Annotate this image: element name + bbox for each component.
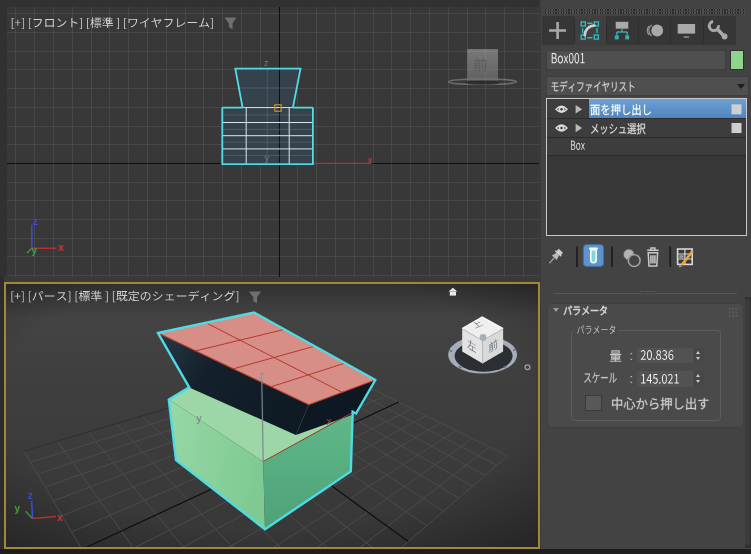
svg-text:y: y xyxy=(15,503,21,514)
svg-text:z: z xyxy=(33,216,38,227)
svg-text:x: x xyxy=(57,512,63,523)
svg-text:y: y xyxy=(265,153,270,163)
svg-text:z: z xyxy=(28,490,33,501)
svg-text:y: y xyxy=(197,413,202,424)
svg-text:x: x xyxy=(327,416,332,427)
svg-text:z: z xyxy=(264,58,269,68)
svg-text:y: y xyxy=(32,245,38,256)
svg-text:x: x xyxy=(368,155,373,165)
svg-text:z: z xyxy=(259,369,264,381)
svg-text:x: x xyxy=(58,242,64,253)
